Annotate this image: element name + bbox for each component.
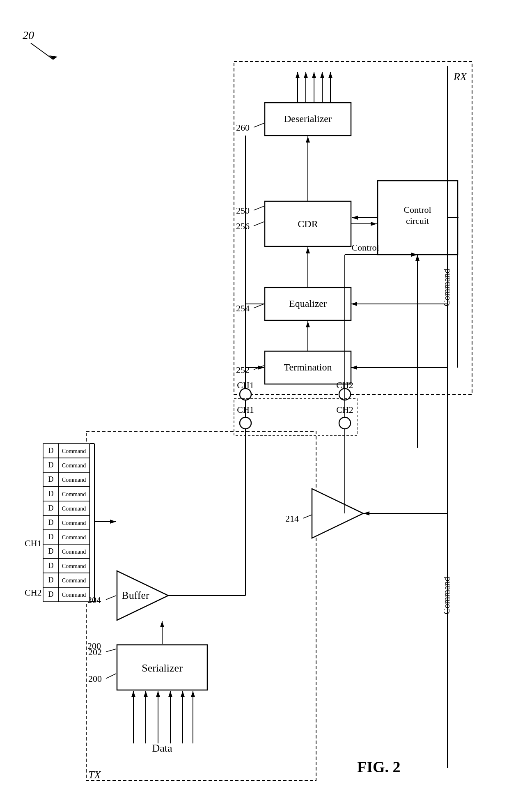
- d-label-5: D: [48, 504, 54, 512]
- svg-marker-15: [191, 691, 195, 697]
- svg-marker-62: [351, 366, 357, 370]
- ch1-rx-connector: [240, 389, 251, 400]
- d-label-10: D: [48, 576, 54, 584]
- d-label-4: D: [48, 490, 54, 498]
- svg-marker-56: [371, 222, 377, 226]
- svg-line-39: [254, 123, 264, 127]
- d-label-1: D: [48, 446, 54, 455]
- cmd-label-9: Command: [62, 563, 86, 569]
- tx-command-label: Command: [441, 577, 452, 614]
- cdr-label: CDR: [298, 219, 318, 229]
- svg-marker-9: [156, 691, 160, 697]
- svg-marker-54: [352, 216, 358, 220]
- svg-marker-13: [181, 691, 185, 697]
- svg-line-2: [106, 674, 116, 679]
- ch1-connector: [240, 417, 251, 429]
- rx-command-label: Command: [441, 269, 452, 306]
- ref-260: 260: [236, 122, 250, 133]
- ref-254: 254: [236, 303, 250, 313]
- figure-ref-20: 20: [23, 29, 34, 41]
- cmd-label-7: Command: [62, 534, 86, 541]
- ref-200-alt: 200: [87, 641, 101, 651]
- svg-marker-51: [328, 72, 332, 78]
- svg-line-3: [106, 649, 116, 652]
- d-label-11: D: [48, 590, 54, 598]
- channel-region: [234, 398, 357, 435]
- d-label-3: D: [48, 475, 54, 483]
- control-label: Control: [351, 242, 379, 253]
- fig-label: FIG. 2: [357, 758, 401, 775]
- serializer-label: Serializer: [142, 662, 183, 674]
- svg-line-16: [106, 596, 116, 600]
- control-circuit-label2: circuit: [406, 216, 429, 226]
- tx-label: TX: [88, 769, 101, 781]
- svg-marker-64: [351, 302, 357, 306]
- cmd-label-8: Command: [62, 549, 86, 555]
- equalizer-label: Equalizer: [289, 298, 327, 309]
- svg-marker-47: [312, 72, 316, 78]
- ref-252: 252: [236, 365, 250, 375]
- svg-marker-60: [415, 255, 420, 261]
- ref-250: 250: [236, 205, 250, 216]
- svg-marker-45: [304, 72, 308, 78]
- svg-marker-43: [296, 72, 300, 78]
- svg-marker-11: [168, 691, 172, 697]
- ref-200: 200: [88, 674, 102, 684]
- d-label-2: D: [48, 461, 54, 469]
- svg-marker-5: [131, 691, 135, 697]
- rx-label: RX: [453, 71, 467, 83]
- table-ch1-label: CH1: [25, 538, 42, 548]
- svg-marker-25: [363, 511, 369, 515]
- svg-line-36: [254, 222, 264, 226]
- svg-marker-30: [110, 520, 116, 524]
- ch2-connector: [339, 417, 351, 429]
- amplifier-block: [312, 489, 363, 538]
- table-ch2-label: CH2: [25, 587, 42, 598]
- svg-marker-41: [306, 136, 310, 143]
- control-circuit-label1: Control: [404, 205, 431, 215]
- svg-marker-18: [160, 621, 164, 627]
- svg-marker-49: [320, 72, 324, 78]
- ref-214: 214: [285, 513, 299, 524]
- d-label-7: D: [48, 533, 54, 541]
- cmd-label-10: Command: [62, 577, 86, 584]
- svg-line-0: [31, 43, 53, 60]
- svg-line-31: [254, 206, 264, 210]
- buffer-label: Buffer: [122, 589, 149, 601]
- cmd-label-2: Command: [62, 462, 86, 469]
- cmd-label-5: Command: [62, 506, 86, 512]
- svg-marker-35: [306, 321, 310, 327]
- cmd-label-4: Command: [62, 491, 86, 497]
- d-label-8: D: [48, 547, 54, 555]
- cmd-label-1: Command: [62, 448, 86, 454]
- cmd-label-6: Command: [62, 520, 86, 526]
- cmd-label-11: Command: [62, 592, 86, 598]
- data-label: Data: [152, 742, 172, 754]
- termination-label: Termination: [284, 362, 332, 373]
- svg-marker-7: [144, 691, 148, 697]
- deserializer-label: Deserializer: [284, 113, 332, 124]
- diagram-container: 20 FIG. 2 TX RX 200 Serializer 202 Data: [0, 0, 509, 812]
- cmd-label-3: Command: [62, 477, 86, 483]
- ref-256: 256: [236, 221, 250, 231]
- d-label-6: D: [48, 518, 54, 527]
- svg-marker-38: [306, 247, 310, 253]
- svg-line-33: [254, 304, 264, 308]
- d-label-9: D: [48, 561, 54, 570]
